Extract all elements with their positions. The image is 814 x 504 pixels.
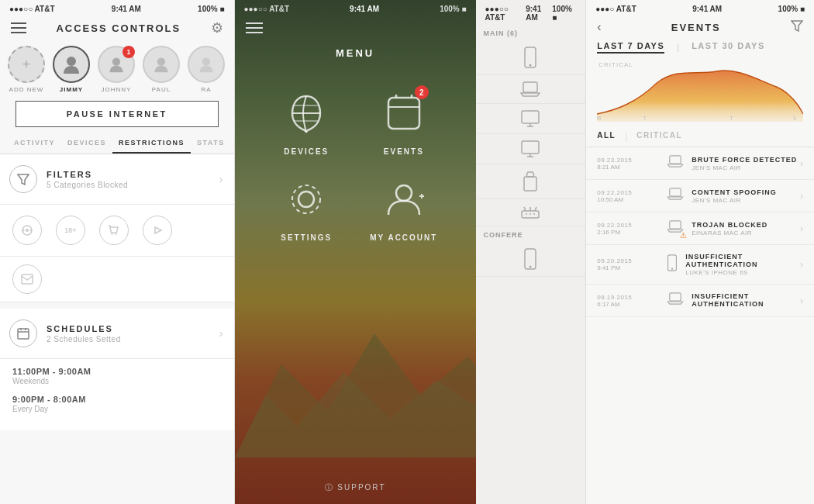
desktop-icon-1 — [520, 110, 540, 127]
filter-text-block: FILTERS 5 Categories Blocked — [47, 170, 219, 189]
laptop-icon-1 — [667, 155, 684, 167]
social-icon[interactable] — [12, 216, 42, 245]
avatar-ra[interactable]: RA — [188, 46, 225, 93]
schedules-title: SCHEDULES — [47, 324, 219, 333]
svg-rect-19 — [388, 98, 419, 129]
svg-rect-35 — [524, 177, 536, 191]
event-2-chevron-icon: › — [800, 191, 803, 202]
schedules-row[interactable]: SCHEDULES 2 Schedules Setted › — [0, 309, 234, 359]
device-laptop-1[interactable] — [476, 75, 586, 104]
filter-tab-critical[interactable]: CRITICAL — [636, 131, 682, 142]
filter-funnel-icon — [9, 165, 37, 193]
device-desktop-1[interactable] — [476, 104, 586, 134]
add-avatar-label: ADD NEW — [9, 86, 44, 93]
shopping-icon[interactable] — [99, 216, 129, 245]
restrictions-content: FILTERS 5 Categories Blocked › 18+ — [0, 154, 234, 504]
pause-internet-button[interactable]: PAUSE INTERNET — [16, 101, 219, 127]
event-2-date: 09.22.2015 — [597, 189, 659, 196]
tab-last-7-days[interactable]: LAST 7 DAYS — [597, 41, 664, 54]
event-2-text: CONTENT SPOOFING JEN'S MAC AIR — [692, 188, 800, 204]
age-restriction-icon[interactable]: 18+ — [56, 216, 85, 245]
tab-devices[interactable]: DEVICES — [61, 133, 112, 154]
schedule-calendar-icon — [9, 319, 37, 347]
event-1-date: 09.23.2015 — [597, 157, 659, 164]
filter-icon[interactable] — [791, 19, 803, 35]
event-item-3[interactable]: 09.22.2015 2:16 PM ⚠ TROJAN BLOCKED EINA… — [586, 212, 814, 245]
svg-rect-12 — [22, 274, 33, 284]
svg-point-44 — [529, 266, 532, 268]
panel-device-list: ●●●○○ AT&T 9:41 AM 100% ■ MAIN (6) CONFE… — [476, 0, 587, 504]
event-3-title: TROJAN BLOCKED — [692, 221, 800, 229]
menu-item-devices[interactable]: DEVICES — [266, 85, 348, 156]
event-item-5[interactable]: 09.19.2015 6:17 AM INSUFFICIENT AUTHENTI… — [586, 285, 814, 317]
event-1-text: BRUTE FORCE DETECTED JEN'S MAC AIR — [692, 156, 800, 171]
events-title: EVENTS — [671, 22, 721, 33]
panel-menu: ●●●○○ AT&T 9:41 AM 100% ■ MENU — [235, 0, 476, 504]
event-5-date: 09.19.2015 — [597, 294, 659, 301]
events-icon-wrap: 2 — [376, 85, 432, 141]
svg-rect-29 — [522, 111, 539, 123]
event-5-time: 6:17 AM — [597, 301, 659, 308]
event-item-1[interactable]: 09.23.2015 8:21 AM BRUTE FORCE DETECTED … — [586, 147, 814, 180]
svg-text:T: T — [643, 116, 647, 122]
video-icon[interactable] — [143, 216, 172, 245]
settings-gear-icon[interactable]: ⚙ — [211, 19, 223, 36]
event-item-4[interactable]: 09.20.2015 9:41 PM INSUFFICIENT AUTHENTI… — [586, 245, 814, 285]
battery-p1: 100% ■ — [198, 5, 224, 13]
filter-title: FILTERS — [47, 170, 219, 179]
menu-content: ●●●○○ AT&T 9:41 AM 100% ■ MENU — [235, 0, 476, 504]
schedules-subtitle: 2 Schedules Setted — [47, 335, 219, 343]
device-phone-1[interactable] — [476, 40, 586, 75]
page-title: ACCESS CONTROLS — [56, 22, 181, 34]
events-badge: 2 — [415, 85, 429, 99]
svg-point-25 — [396, 185, 412, 201]
event-3-device-icon: ⚠ — [667, 220, 684, 236]
device-phone-2[interactable] — [476, 164, 586, 199]
time-p1: 9:41 AM — [112, 5, 141, 13]
event-3-date: 09.22.2015 — [597, 222, 659, 229]
tab-stats[interactable]: STATS — [191, 133, 231, 154]
tab-activity[interactable]: ACTIVITY — [8, 133, 61, 154]
tab-last-30-days[interactable]: LAST 30 DAYS — [692, 41, 765, 54]
avatar-add-new[interactable]: + ADD NEW — [8, 46, 45, 93]
svg-point-38 — [529, 213, 531, 215]
menu-hamburger-icon[interactable] — [11, 22, 26, 33]
laptop-icon-2 — [667, 188, 684, 200]
restrictions-tabs: ACTIVITY DEVICES RESTRICTIONS STATS — [0, 133, 234, 154]
tab-restrictions[interactable]: RESTRICTIONS — [112, 133, 191, 154]
email-icon[interactable] — [12, 264, 42, 294]
avatar-johnny[interactable]: 1 JOHNNY — [98, 46, 135, 93]
events-header: ‹ EVENTS — [586, 16, 814, 40]
back-button[interactable]: ‹ — [597, 20, 601, 34]
main-section-header: MAIN (6) — [476, 25, 586, 40]
menu-item-events[interactable]: 2 EVENTS — [363, 85, 445, 156]
device-router[interactable] — [476, 199, 586, 226]
avatar-jimmy[interactable]: JIMMY — [53, 46, 90, 93]
menu-hamburger[interactable] — [235, 16, 476, 40]
event-4-chevron-icon: › — [800, 259, 803, 270]
menu-item-settings[interactable]: SETTINGS — [266, 171, 348, 242]
avatar-paul[interactable]: PAUL — [143, 46, 180, 93]
svg-rect-51 — [670, 188, 681, 196]
signal-p3: ●●●○○ AT&T — [485, 5, 526, 22]
settings-icon — [283, 176, 329, 223]
event-4-date: 09.20.2015 — [597, 257, 659, 264]
menu-item-my-account[interactable]: MY ACCOUNT — [363, 171, 445, 242]
event-2-subtitle: JEN'S MAC AIR — [692, 197, 800, 204]
filters-row[interactable]: FILTERS 5 Categories Blocked › — [0, 154, 234, 205]
filter-tab-all[interactable]: ALL — [597, 131, 616, 142]
restriction-icons-row: 18+ — [0, 205, 234, 257]
event-filter-tabs: ALL | CRITICAL — [586, 128, 814, 147]
svg-rect-28 — [523, 82, 537, 92]
events-list: 09.23.2015 8:21 AM BRUTE FORCE DETECTED … — [586, 147, 814, 504]
support-link[interactable]: ⓘ SUPPORT — [235, 471, 476, 504]
event-2-time: 10:50 AM — [597, 196, 659, 203]
svg-marker-4 — [18, 174, 29, 185]
device-conference-phone[interactable] — [476, 242, 586, 277]
svg-point-6 — [26, 229, 29, 232]
device-desktop-2[interactable] — [476, 134, 586, 164]
svg-rect-52 — [670, 221, 681, 229]
svg-text:M: M — [597, 116, 601, 122]
event-item-2[interactable]: 09.22.2015 10:50 AM CONTENT SPOOFING JEN… — [586, 180, 814, 212]
signal-p4: ●●●○ AT&T — [595, 5, 636, 13]
